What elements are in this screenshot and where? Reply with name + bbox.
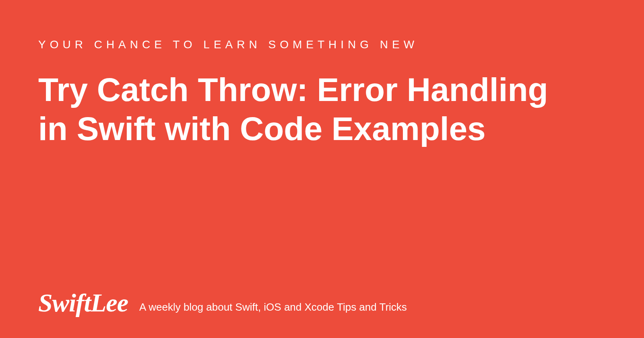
footer: SwiftLee A weekly blog about Swift, iOS … [38, 290, 407, 316]
site-tagline: A weekly blog about Swift, iOS and Xcode… [139, 301, 407, 316]
site-logo: SwiftLee [38, 290, 128, 316]
content-container: YOUR CHANCE TO LEARN SOMETHING NEW Try C… [0, 0, 644, 338]
overline-text: YOUR CHANCE TO LEARN SOMETHING NEW [38, 38, 606, 51]
page-title: Try Catch Throw: Error Handling in Swift… [38, 70, 561, 148]
